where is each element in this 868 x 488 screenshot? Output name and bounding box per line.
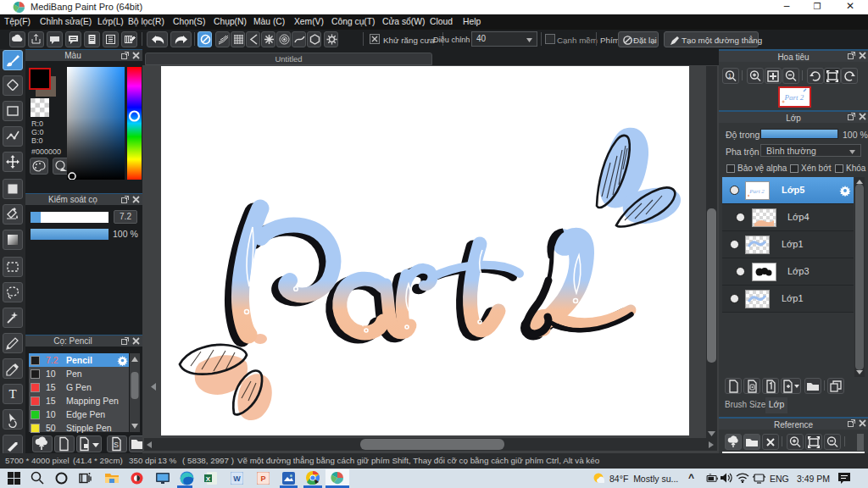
svg-text:Part 2: Part 2 [748, 188, 765, 195]
svg-text:T: T [8, 387, 16, 401]
svg-text:Part 2: Part 2 [784, 93, 804, 102]
svg-text:W: W [233, 474, 241, 483]
svg-text:P: P [260, 474, 265, 483]
svg-text:X: X [206, 475, 211, 483]
svg-text:S: S [114, 441, 119, 449]
svg-text:1: 1 [728, 73, 732, 79]
